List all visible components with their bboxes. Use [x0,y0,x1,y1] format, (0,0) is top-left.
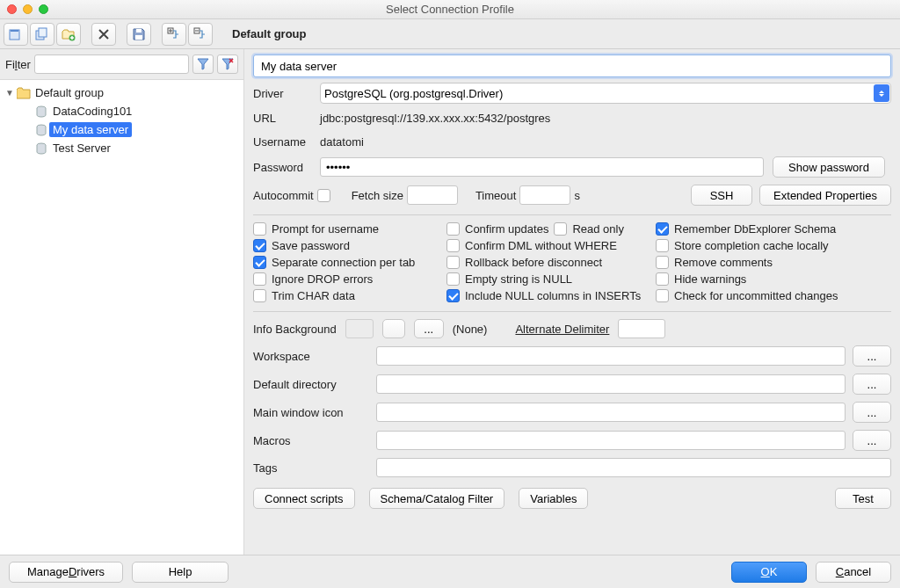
tags-label: Tags [253,461,369,475]
filter-clear-icon[interactable] [217,54,238,74]
filter-apply-icon[interactable] [192,54,214,74]
group-header: Default group [225,27,896,40]
ok-button[interactable]: OK [731,562,807,583]
check-uncommitted-label: Check for uncommitted changes [674,289,838,302]
fetch-size-input[interactable] [407,185,458,205]
main-icon-browse-button[interactable]: ... [853,402,891,423]
remove-comments-label: Remove comments [674,256,773,269]
default-dir-input[interactable] [376,374,846,394]
hide-warnings-checkbox[interactable] [656,272,669,286]
alt-delimiter-link[interactable]: Alternate Delimiter [515,323,609,336]
save-profiles-button[interactable] [127,23,151,46]
info-bg-clear-button[interactable] [382,319,405,338]
tree-item[interactable]: DataCoding101 [0,102,243,120]
timeout-label: Timeout [475,189,516,202]
alt-delimiter-input[interactable] [618,319,665,338]
empty-null-checkbox[interactable] [446,272,460,286]
main-icon-input[interactable] [376,403,846,422]
password-label: Password [253,161,320,174]
delete-profile-button[interactable] [91,23,116,46]
fetch-size-label: Fetch size [352,189,403,202]
tags-input[interactable] [376,458,891,477]
rollback-checkbox[interactable] [446,256,460,269]
db-icon [33,124,49,136]
default-dir-browse-button[interactable]: ... [853,374,891,395]
confirm-dml-checkbox[interactable] [446,239,460,252]
save-password-checkbox[interactable] [253,239,266,252]
profile-tree[interactable]: ▼ Default group DataCoding101 My data se… [0,80,243,555]
db-icon [33,105,49,118]
schema-filter-button[interactable]: Schema/Catalog Filter [369,488,505,509]
show-password-button[interactable]: Show password [773,156,885,178]
timeout-unit: s [574,189,580,202]
username-label: Username [253,135,320,149]
url-label: URL [253,112,320,125]
rollback-label: Rollback before disconnect [465,256,602,269]
extended-properties-button[interactable]: Extended Properties [759,185,891,206]
filter-row: Filter [0,49,243,80]
read-only-checkbox[interactable] [554,222,567,236]
confirm-updates-checkbox[interactable] [446,222,460,236]
new-profile-button[interactable] [4,23,28,46]
include-null-label: Include NULL columns in INSERTs [465,289,641,302]
ssh-button[interactable]: SSH [691,185,752,206]
ignore-drop-checkbox[interactable] [253,272,266,286]
connect-scripts-button[interactable]: Connect scripts [253,488,355,509]
test-button[interactable]: Test [835,488,891,509]
cancel-button[interactable]: Cancel [816,562,891,583]
profile-name-input[interactable] [253,54,891,77]
workspace-input[interactable] [376,346,846,366]
filter-input[interactable] [34,54,189,74]
read-only-label: Read only [572,222,624,236]
new-folder-button[interactable] [56,23,81,46]
include-null-checkbox[interactable] [446,289,460,302]
prompt-username-checkbox[interactable] [253,222,266,236]
username-value[interactable]: datatomi [320,133,891,151]
password-input[interactable] [320,157,764,177]
folder-icon [16,87,32,99]
confirm-updates-label: Confirm updates [465,222,548,236]
ignore-drop-label: Ignore DROP errors [272,272,373,286]
remember-schema-checkbox[interactable] [656,222,669,236]
manage-drivers-button[interactable]: Manage Drivers [9,562,123,583]
toolbar: Default group [0,19,900,49]
remove-comments-checkbox[interactable] [656,256,669,269]
tree-item[interactable]: Test Server [0,139,243,157]
variables-button[interactable]: Variables [519,488,588,509]
store-cache-label: Store completion cache locally [674,239,829,252]
copy-profile-button[interactable] [30,23,54,46]
db-icon [33,142,49,155]
workspace-label: Workspace [253,350,369,363]
svg-rect-6 [135,35,142,40]
separator [253,311,891,312]
hide-warnings-label: Hide warnings [674,272,746,286]
filter-label: Filter [5,58,31,71]
macros-label: Macros [253,434,369,447]
window-title: Select Connection Profile [0,3,900,16]
tree-item-label: My data server [49,122,132,137]
tree-item[interactable]: My data server [0,120,243,139]
autocommit-checkbox[interactable] [317,189,330,202]
info-bg-browse-button[interactable]: ... [414,319,444,338]
tree-item-label: DataCoding101 [49,104,135,119]
tree-group[interactable]: ▼ Default group [0,83,243,102]
macros-browse-button[interactable]: ... [853,430,891,451]
autocommit-label: Autocommit [253,189,314,202]
macros-input[interactable] [376,431,846,450]
trim-char-checkbox[interactable] [253,289,266,302]
main-icon-label: Main window icon [253,406,369,419]
remember-schema-label: Remember DbExplorer Schema [674,222,836,236]
separate-conn-checkbox[interactable] [253,256,266,269]
url-value[interactable]: jdbc:postgresql://139.xx.xxx.xx:5432/pos… [320,109,891,127]
timeout-input[interactable] [519,185,570,205]
help-button[interactable]: Help [132,562,229,583]
store-cache-checkbox[interactable] [656,239,669,252]
tree-group-label: Default group [32,85,107,100]
workspace-browse-button[interactable]: ... [853,345,891,367]
tree-expand-icon[interactable]: ▼ [4,88,16,98]
tree-collapse-button[interactable] [188,23,213,46]
driver-select[interactable]: PostgreSQL (org.postgresql.Driver) [320,83,891,104]
tree-expand-button[interactable] [162,23,186,46]
check-uncommitted-checkbox[interactable] [656,289,669,302]
info-bg-swatch[interactable] [345,319,374,338]
